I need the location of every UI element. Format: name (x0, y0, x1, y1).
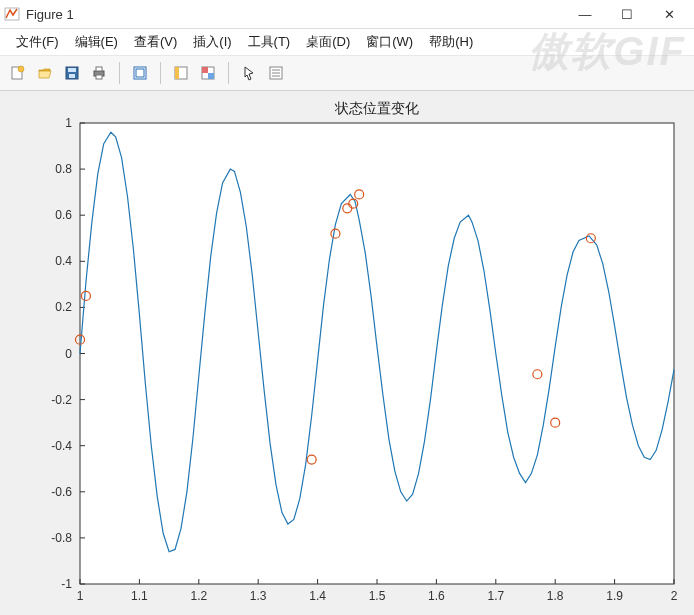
menu-view[interactable]: 查看(V) (126, 31, 185, 53)
svg-text:0.8: 0.8 (55, 162, 72, 176)
maximize-button[interactable]: ☐ (606, 0, 648, 28)
panel-icon (268, 65, 284, 81)
svg-text:1: 1 (65, 116, 72, 130)
svg-rect-12 (175, 67, 179, 79)
svg-rect-14 (202, 67, 208, 73)
close-button[interactable]: ✕ (648, 0, 690, 28)
svg-text:0: 0 (65, 347, 72, 361)
layout1-icon (173, 65, 189, 81)
svg-text:1.1: 1.1 (131, 589, 148, 603)
toolbar (0, 56, 694, 91)
save-button[interactable] (60, 61, 84, 85)
svg-text:1.7: 1.7 (487, 589, 504, 603)
svg-text:-0.6: -0.6 (51, 485, 72, 499)
new-figure-button[interactable] (6, 61, 30, 85)
open-button[interactable] (33, 61, 57, 85)
svg-rect-15 (208, 73, 214, 79)
svg-text:-0.4: -0.4 (51, 439, 72, 453)
window-title: Figure 1 (26, 7, 564, 22)
toolbar-separator (160, 62, 161, 84)
minimize-button[interactable]: — (564, 0, 606, 28)
svg-text:1.9: 1.9 (606, 589, 623, 603)
window-controls: — ☐ ✕ (564, 0, 690, 28)
open-icon (37, 65, 53, 81)
menu-help[interactable]: 帮助(H) (421, 31, 481, 53)
svg-text:1.4: 1.4 (309, 589, 326, 603)
svg-rect-7 (96, 67, 102, 71)
menu-edit[interactable]: 编辑(E) (67, 31, 126, 53)
svg-text:-1: -1 (61, 577, 72, 591)
menu-insert[interactable]: 插入(I) (185, 31, 239, 53)
layout1-button[interactable] (169, 61, 193, 85)
print-icon (91, 65, 107, 81)
svg-text:1.2: 1.2 (190, 589, 207, 603)
print-button[interactable] (87, 61, 111, 85)
svg-text:2: 2 (671, 589, 678, 603)
svg-text:-0.8: -0.8 (51, 531, 72, 545)
svg-text:0.6: 0.6 (55, 208, 72, 222)
zoom-icon (132, 65, 148, 81)
chart-title: 状态位置变化 (334, 100, 419, 116)
titlebar: Figure 1 — ☐ ✕ (0, 0, 694, 29)
svg-text:1.3: 1.3 (250, 589, 267, 603)
toolbar-separator (119, 62, 120, 84)
toolbar-separator (228, 62, 229, 84)
plot-area: 11.11.21.31.41.51.61.71.81.92-1-0.8-0.6-… (0, 91, 694, 615)
layout2-icon (200, 65, 216, 81)
zoom-button[interactable] (128, 61, 152, 85)
menu-tools[interactable]: 工具(T) (240, 31, 299, 53)
svg-rect-8 (96, 75, 102, 79)
menu-desktop[interactable]: 桌面(D) (298, 31, 358, 53)
new-figure-icon (10, 65, 26, 81)
svg-text:0.4: 0.4 (55, 254, 72, 268)
menu-file[interactable]: 文件(F) (8, 31, 67, 53)
menu-window[interactable]: 窗口(W) (358, 31, 421, 53)
svg-rect-5 (69, 74, 75, 78)
svg-text:1.8: 1.8 (547, 589, 564, 603)
chart-svg: 11.11.21.31.41.51.61.71.81.92-1-0.8-0.6-… (0, 91, 694, 615)
svg-text:0.2: 0.2 (55, 300, 72, 314)
svg-point-2 (18, 66, 24, 72)
arrow-button[interactable] (237, 61, 261, 85)
svg-text:-0.2: -0.2 (51, 393, 72, 407)
menubar: 文件(F) 编辑(E) 查看(V) 插入(I) 工具(T) 桌面(D) 窗口(W… (0, 29, 694, 56)
panel-button[interactable] (264, 61, 288, 85)
axes-box (80, 123, 674, 584)
svg-text:1.5: 1.5 (369, 589, 386, 603)
svg-text:1: 1 (77, 589, 84, 603)
svg-text:1.6: 1.6 (428, 589, 445, 603)
svg-rect-4 (68, 68, 76, 72)
matlab-figure-icon (4, 6, 20, 22)
arrow-icon (241, 65, 257, 81)
layout2-button[interactable] (196, 61, 220, 85)
save-icon (64, 65, 80, 81)
